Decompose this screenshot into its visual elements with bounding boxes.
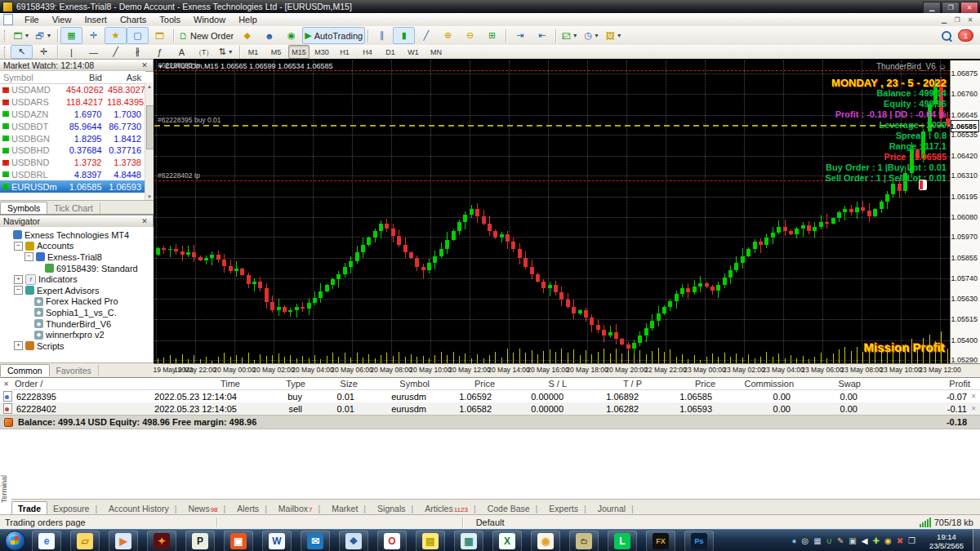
strategy-tester-button[interactable]: 🗖 — [149, 27, 171, 44]
minimize-button[interactable]: ▁ — [923, 2, 941, 14]
data-window-button[interactable]: ✛ — [82, 27, 105, 44]
column-price[interactable]: Price — [430, 379, 495, 389]
error-tray-icon[interactable]: ✖ — [897, 537, 903, 545]
game-icon[interactable]: ✦ — [147, 531, 176, 551]
tree-item-sophia1-1-vs-c-[interactable]: ◆Sophia1_1_vs_C. — [0, 307, 154, 318]
periods-button[interactable]: ◷▼ — [581, 27, 603, 44]
timeframe-m30[interactable]: M30 — [311, 45, 332, 59]
timeframe-m5[interactable]: M5 — [265, 45, 287, 59]
taskbar-clock[interactable]: 19:14 23/5/2565 — [924, 532, 969, 550]
market-watch-row[interactable]: USDBHD0.376840.37716 — [0, 144, 145, 157]
terminal-close-icon[interactable]: ✕ — [2, 380, 11, 389]
indicators-button[interactable]: 🗠▼ — [559, 27, 581, 44]
navigator-toggle-button[interactable]: ★ — [105, 27, 127, 44]
status-profile[interactable]: Default — [476, 518, 505, 527]
terminal-tab-journal[interactable]: Journal| — [592, 502, 639, 515]
market-watch-row[interactable]: USDAZN1.69701.7030 — [0, 109, 145, 121]
sticky-notes-icon[interactable]: ▤ — [416, 531, 445, 551]
child-close-icon[interactable]: ✕ — [964, 16, 977, 24]
expert-properties-button[interactable]: ☻ — [258, 27, 280, 44]
documents-folder-icon[interactable]: 🗀 — [569, 531, 599, 551]
expand-icon[interactable]: + — [14, 275, 23, 284]
cursor-tool-button[interactable]: ↖ — [11, 45, 33, 59]
shapes-tool-button[interactable]: ⇅▼ — [215, 45, 237, 59]
timeframe-h1[interactable]: H1 — [334, 45, 355, 59]
column-profit[interactable]: Profit — [861, 379, 970, 389]
close-button[interactable]: ✕ — [960, 2, 978, 14]
pc-status-tray-icon[interactable]: ▦ — [813, 537, 821, 545]
tree-item-indicators[interactable]: +fIndicators — [0, 273, 154, 285]
internet-explorer-icon[interactable]: e — [32, 531, 61, 551]
tree-item-exness-trial8[interactable]: −Exness-Trial8 — [0, 251, 154, 263]
close-order-icon[interactable]: ✕ — [967, 393, 980, 400]
utorrent-tray-icon[interactable]: ∪ — [826, 537, 832, 545]
crosshair-tool-button[interactable]: ✛ — [33, 45, 55, 59]
market-watch-row[interactable]: USDAMD454.0262458.3027 — [0, 84, 145, 96]
thunderbird-icon[interactable]: ✉ — [301, 531, 330, 551]
column-symbol[interactable]: Symbol — [0, 73, 67, 82]
pen-tray-icon[interactable]: ✚ — [873, 537, 880, 545]
candlestick-chart-button[interactable]: ▮ — [393, 27, 415, 44]
timeframe-mn[interactable]: MN — [425, 45, 447, 59]
menu-view[interactable]: View — [46, 14, 78, 25]
trendline-tool-button[interactable]: ╱ — [105, 45, 127, 59]
column-tp[interactable]: T / P — [567, 379, 642, 389]
column-bid[interactable]: Bid — [67, 73, 106, 82]
scroll-up-icon[interactable]: ▲ — [145, 82, 154, 91]
line-app-icon[interactable]: L — [608, 531, 637, 551]
market-watch-close-icon[interactable]: ✕ — [140, 61, 149, 69]
word-icon[interactable]: W — [262, 531, 292, 551]
close-order-icon[interactable]: ✕ — [967, 405, 980, 412]
market-watch-row[interactable]: USDBRL4.83974.8448 — [0, 169, 145, 181]
column-swap[interactable]: Swap — [794, 379, 861, 389]
terminal-tab-exposure[interactable]: Exposure| — [47, 502, 103, 515]
expand-icon[interactable]: + — [14, 341, 23, 350]
toolbar-grip-2[interactable] — [4, 47, 8, 58]
menu-tools[interactable]: Tools — [153, 14, 187, 25]
menu-help[interactable]: Help — [232, 14, 264, 25]
order-row[interactable]: 622284022022.05.23 12:14:05sell0.01eurus… — [0, 402, 980, 415]
column-symbol[interactable]: Symbol — [358, 379, 430, 389]
line-chart-button[interactable]: ╱ — [415, 27, 437, 44]
notification-badge[interactable]: 1 — [958, 29, 973, 42]
photoshop-icon[interactable]: Ps — [684, 531, 714, 551]
terminal-toggle-button[interactable]: ▢ — [127, 27, 149, 44]
tab-common[interactable]: Common — [0, 364, 50, 376]
show-desktop-button[interactable] — [973, 530, 980, 551]
new-chart-button[interactable]: 🗔▼ — [11, 27, 33, 44]
media-player-icon[interactable]: ▶ — [109, 531, 138, 551]
column-type[interactable]: Type — [240, 379, 305, 389]
time-axis[interactable]: 19 May 202219 May 22:0020 May 00:0020 Ma… — [154, 363, 980, 377]
market-watch-scrollbar[interactable]: ▲ ▼ — [145, 82, 154, 201]
tree-item-accounts[interactable]: −Accounts — [0, 241, 154, 252]
fibonacci-tool-button[interactable]: ƒ — [149, 45, 171, 59]
zoom-in-button[interactable]: ⊕ — [437, 27, 459, 44]
menu-window[interactable]: Window — [187, 14, 232, 25]
child-restore-icon[interactable]: ❐ — [951, 16, 964, 24]
metaeditor-button[interactable]: ◆ — [236, 27, 258, 44]
order-row[interactable]: 622283952022.05.23 12:14:04buy0.01eurusd… — [0, 390, 980, 402]
menu-file[interactable]: File — [18, 14, 46, 25]
screenshot-app-icon[interactable]: ▣ — [224, 531, 253, 551]
file-explorer-icon[interactable]: ▱ — [70, 531, 100, 551]
restore-button[interactable]: ❐ — [942, 2, 960, 14]
toolbar-grip[interactable] — [4, 30, 8, 42]
excel-icon[interactable]: X — [492, 531, 522, 551]
terminal-tab-alerts[interactable]: Alerts| — [231, 502, 273, 515]
column-price2[interactable]: Price — [642, 379, 715, 389]
chart-shift-button[interactable]: ⇤ — [531, 27, 553, 44]
tab-favorites[interactable]: Favorites — [50, 365, 99, 376]
tab-symbols[interactable]: Symbols — [0, 202, 47, 214]
tree-item-winnerfxpro-v2[interactable]: ◆winnerfxpro v2 — [0, 329, 154, 340]
timeframe-m1[interactable]: M1 — [243, 45, 264, 59]
tree-item-expert-advisors[interactable]: −Expert Advisors — [0, 285, 154, 296]
collapse-icon[interactable]: − — [14, 286, 23, 295]
tile-windows-button[interactable]: ⊞ — [481, 27, 503, 44]
chrome-icon[interactable]: ◉ — [531, 531, 560, 551]
profiles-button[interactable]: 🗗▼ — [33, 27, 55, 44]
opera-icon[interactable]: O — [377, 531, 407, 551]
collapse-icon[interactable]: − — [24, 252, 33, 261]
horizontal-line-tool-button[interactable]: — — [82, 45, 105, 59]
market-watch-row[interactable]: EURUSDm1.065851.06593 — [0, 180, 145, 193]
screenshot-tray-icon[interactable]: ◎ — [801, 537, 808, 545]
